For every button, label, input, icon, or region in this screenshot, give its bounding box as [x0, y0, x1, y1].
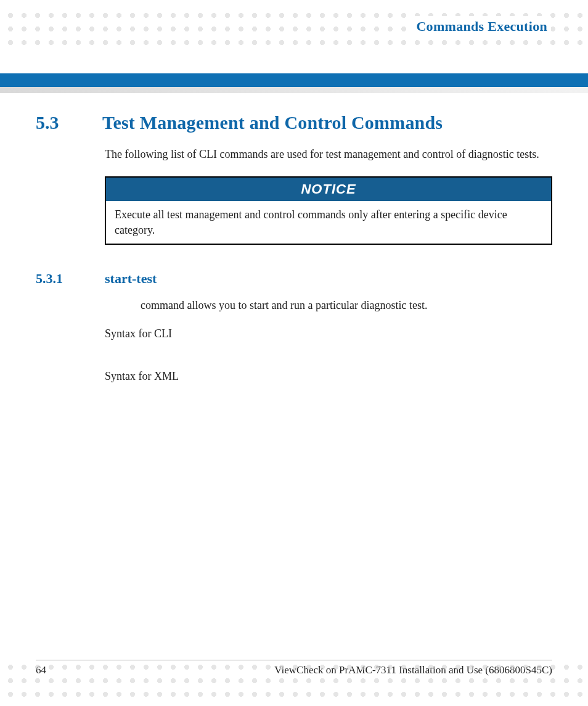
subsection-heading: 5.3.1 start-test	[36, 271, 552, 287]
header-gradient-shadow	[0, 87, 588, 93]
notice-label: NOTICE	[106, 178, 551, 201]
subsection-description: command allows you to start and run a pa…	[141, 298, 552, 313]
section-title: Test Management and Control Commands	[102, 112, 443, 133]
notice-box: NOTICE Execute all test management and c…	[105, 176, 552, 245]
notice-text: Execute all test management and control …	[106, 201, 551, 244]
syntax-cli-label: Syntax for CLI	[105, 327, 552, 340]
header-blue-bar	[0, 73, 588, 87]
section-heading: 5.3 Test Management and Control Commands	[36, 112, 552, 133]
subsection-title: start-test	[105, 271, 157, 287]
syntax-xml-label: Syntax for XML	[105, 370, 552, 383]
section-intro: The following list of CLI commands are u…	[105, 147, 552, 162]
subsection-number: 5.3.1	[36, 271, 81, 287]
running-header: Commands Execution	[412, 16, 551, 37]
section-number: 5.3	[36, 112, 74, 133]
footer-decor-dots	[0, 657, 588, 701]
